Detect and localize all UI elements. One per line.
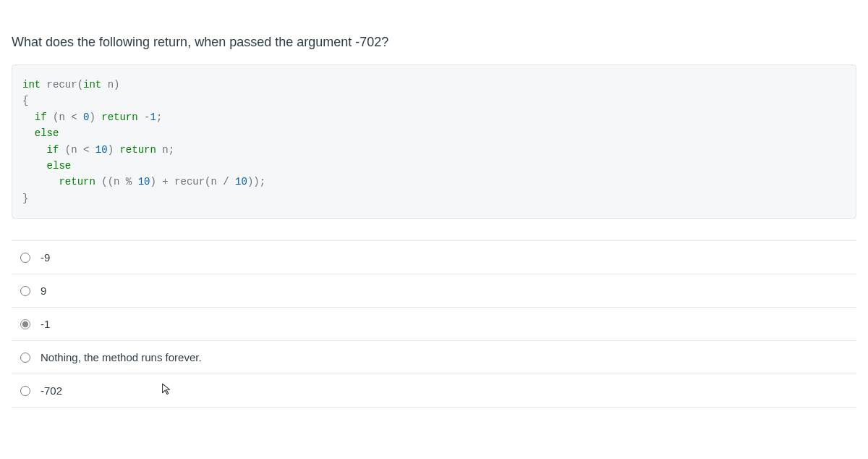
code-token: [22, 176, 59, 188]
code-token: (n <: [47, 111, 83, 123]
answer-label: 9: [41, 285, 46, 297]
code-token: [22, 127, 35, 139]
code-token: ));: [247, 176, 265, 188]
radio-d[interactable]: [20, 353, 30, 363]
radio-e[interactable]: [20, 386, 30, 396]
answer-option-e[interactable]: -702: [12, 374, 856, 408]
code-token: return: [119, 144, 156, 156]
code-block: int recur(int n) { if (n < 0) return -1;…: [12, 64, 856, 219]
answer-option-a[interactable]: -9: [12, 241, 856, 274]
code-token: if: [47, 144, 59, 156]
code-token: -: [138, 111, 150, 123]
question-text: What does the following return, when pas…: [12, 35, 856, 50]
radio-c[interactable]: [20, 319, 30, 329]
code-token: (n <: [59, 144, 95, 156]
code-token: else: [47, 160, 72, 172]
code-token: {: [22, 95, 28, 106]
code-token: int: [83, 79, 101, 90]
answer-label: -702: [41, 384, 62, 397]
code-token: [22, 111, 35, 123]
code-token: if: [35, 111, 47, 123]
code-token: 10: [95, 144, 108, 156]
code-token: int: [22, 79, 41, 90]
cursor-icon: [160, 382, 173, 395]
code-token: ): [108, 144, 120, 156]
code-token: return: [59, 176, 95, 188]
code-token: }: [22, 193, 28, 204]
code-token: ;: [156, 111, 162, 123]
radio-b[interactable]: [20, 286, 30, 296]
code-token: return: [101, 111, 137, 123]
code-token: 10: [235, 176, 247, 188]
answer-list: -9 9 -1 Nothing, the method runs forever…: [12, 240, 856, 408]
answer-label: -9: [41, 251, 50, 264]
quiz-page: What does the following return, when pas…: [0, 0, 868, 419]
code-token: n): [101, 79, 119, 90]
code-token: 10: [138, 176, 150, 188]
code-token: [22, 144, 47, 156]
code-token: else: [35, 127, 59, 139]
answer-option-b[interactable]: 9: [12, 274, 856, 308]
code-token: recur(: [41, 79, 83, 90]
code-token: ) + recur(n /: [150, 176, 235, 188]
answer-option-d[interactable]: Nothing, the method runs forever.: [12, 341, 856, 374]
radio-a[interactable]: [20, 253, 30, 263]
code-token: ): [89, 111, 101, 123]
answer-label: Nothing, the method runs forever.: [41, 351, 202, 363]
code-token: [22, 160, 47, 172]
code-token: n;: [156, 144, 174, 156]
answer-option-c[interactable]: -1: [12, 308, 856, 341]
answer-label: -1: [41, 318, 50, 330]
code-token: 1: [150, 111, 156, 123]
code-token: ((n %: [95, 176, 138, 188]
